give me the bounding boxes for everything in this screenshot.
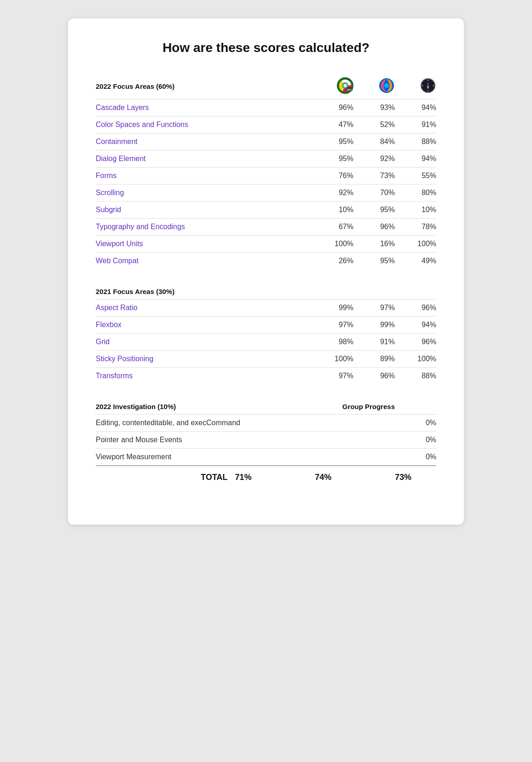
row-score-0: 96% [312, 99, 353, 116]
total-score-safari: 73% [395, 466, 436, 482]
row-score-1: 99% [353, 317, 395, 334]
safari-icon [420, 77, 436, 94]
row-score-2: 94% [395, 317, 436, 334]
row-score-0: 67% [312, 219, 353, 236]
row-score-1: 97% [353, 300, 395, 317]
row-name[interactable]: Containment [96, 133, 312, 150]
table-row: Editing, contenteditable, and execComman… [96, 415, 436, 432]
firefox-icon [378, 77, 395, 94]
row-score-0: 10% [312, 202, 353, 219]
row-score-0: 76% [312, 167, 353, 185]
investigation-table: 2022 Investigation (10%) Group Progress … [96, 399, 436, 482]
row-score-1: 70% [353, 185, 395, 202]
section-investigation: 2022 Investigation (10%) Group Progress … [96, 399, 436, 482]
table-row: Dialog Element95%92%94% [96, 150, 436, 167]
row-score-1: 16% [353, 236, 395, 253]
row-name[interactable]: Sticky Positioning [96, 351, 312, 368]
row-score-0: 97% [312, 368, 353, 385]
row-score-2: 91% [395, 116, 436, 133]
row-score-0: 100% [312, 351, 353, 368]
table-row: Viewport Units100%16%100% [96, 236, 436, 253]
table-row: Typography and Encodings67%96%78% [96, 219, 436, 236]
total-score-firefox: 74% [315, 466, 395, 482]
row-score-0: 95% [312, 150, 353, 167]
row-score-0: 92% [312, 185, 353, 202]
row-name[interactable]: Cascade Layers [96, 99, 312, 116]
table-row: Scrolling92%70%80% [96, 185, 436, 202]
section-2021-focus-areas: 2021 Focus Areas (30%) Aspect Ratio99%97… [96, 284, 436, 384]
row-score-1: 91% [353, 334, 395, 351]
table-row: Aspect Ratio99%97%96% [96, 300, 436, 317]
table-row: Forms76%73%55% [96, 167, 436, 185]
row-score-1: 96% [353, 219, 395, 236]
row-score-1: 84% [353, 133, 395, 150]
svg-text:DEV: DEV [347, 88, 352, 91]
row-score-1: 95% [353, 253, 395, 270]
row-name[interactable]: Viewport Units [96, 236, 312, 253]
table-row: Cascade Layers96%93%94% [96, 99, 436, 116]
row-name[interactable]: Forms [96, 167, 312, 185]
row-score-2: 88% [395, 133, 436, 150]
row-score-0: 100% [312, 236, 353, 253]
row-name[interactable]: Web Compat [96, 253, 312, 270]
row-score-0: 26% [312, 253, 353, 270]
row-score-2: 100% [395, 351, 436, 368]
table-row: Viewport Measurement0% [96, 449, 436, 466]
row-score-0: 47% [312, 116, 353, 133]
total-row: TOTAL 71% 74% 73% [96, 466, 436, 482]
row-score: 0% [395, 432, 436, 449]
row-score-2: 94% [395, 150, 436, 167]
row-name[interactable]: Scrolling [96, 185, 312, 202]
focus-areas-2022-table: 2022 Focus Areas (60%) [96, 74, 436, 269]
row-score: 0% [395, 415, 436, 432]
group-progress-header: Group Progress [235, 399, 395, 415]
row-score-1: 52% [353, 116, 395, 133]
row-name[interactable]: Color Spaces and Functions [96, 116, 312, 133]
safari-header [395, 74, 436, 99]
row-score-1: 92% [353, 150, 395, 167]
row-name[interactable]: Aspect Ratio [96, 300, 312, 317]
row-score-2: 55% [395, 167, 436, 185]
row-name[interactable]: Subgrid [96, 202, 312, 219]
focus-areas-2021-table: 2021 Focus Areas (30%) Aspect Ratio99%97… [96, 284, 436, 384]
row-score-2: 94% [395, 99, 436, 116]
table-row: Grid98%91%96% [96, 334, 436, 351]
main-card: How are these scores calculated? 2022 Fo… [68, 18, 464, 525]
svg-point-16 [422, 79, 434, 92]
table-row: Transforms97%96%88% [96, 368, 436, 385]
row-name: Pointer and Mouse Events [96, 432, 395, 449]
table-row: Flexbox97%99%94% [96, 317, 436, 334]
table-row: Subgrid10%95%10% [96, 202, 436, 219]
row-score-1: 89% [353, 351, 395, 368]
row-name[interactable]: Dialog Element [96, 150, 312, 167]
row-score-0: 99% [312, 300, 353, 317]
svg-point-13 [384, 83, 389, 88]
row-score-2: 96% [395, 300, 436, 317]
section-investigation-header: 2022 Investigation (10%) [96, 399, 235, 415]
page-title: How are these scores calculated? [96, 40, 436, 55]
table-row: Sticky Positioning100%89%100% [96, 351, 436, 368]
table-row: Color Spaces and Functions47%52%91% [96, 116, 436, 133]
table-row: Web Compat26%95%49% [96, 253, 436, 270]
row-score-2: 96% [395, 334, 436, 351]
row-name[interactable]: Grid [96, 334, 312, 351]
row-score-0: 97% [312, 317, 353, 334]
row-name[interactable]: Typography and Encodings [96, 219, 312, 236]
row-name[interactable]: Flexbox [96, 317, 312, 334]
chrome-dev-icon: DEV [337, 77, 353, 94]
table-row: Containment95%84%88% [96, 133, 436, 150]
row-score-2: 49% [395, 253, 436, 270]
row-score-2: 80% [395, 185, 436, 202]
row-score-0: 95% [312, 133, 353, 150]
firefox-header [353, 74, 395, 99]
chrome-dev-header: DEV [312, 74, 353, 99]
total-score-chrome: 71% [235, 466, 315, 482]
row-name[interactable]: Transforms [96, 368, 312, 385]
row-score-1: 73% [353, 167, 395, 185]
row-score-2: 78% [395, 219, 436, 236]
row-score-1: 95% [353, 202, 395, 219]
row-score-2: 10% [395, 202, 436, 219]
row-score-2: 88% [395, 368, 436, 385]
svg-point-6 [344, 84, 347, 87]
row-name: Editing, contenteditable, and execComman… [96, 415, 395, 432]
